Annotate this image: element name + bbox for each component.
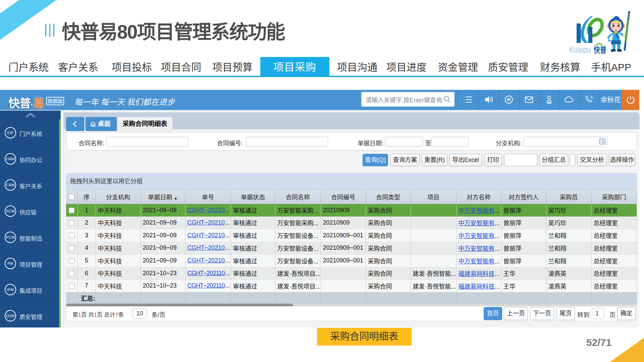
svg-text:IM: IM — [507, 98, 511, 102]
svg-text:快普: 快普 — [594, 45, 606, 54]
svg-text:Kuaipu: Kuaipu — [569, 44, 591, 54]
